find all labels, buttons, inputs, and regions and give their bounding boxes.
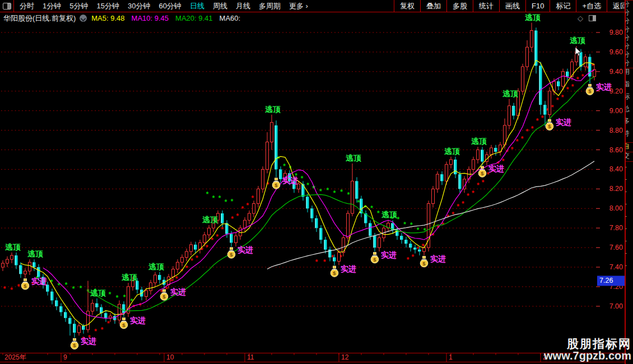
candle-down-highlight	[369, 223, 370, 236]
trading-app-window: 分时1分钟5分钟15分钟30分钟60分钟日线周线月线多周期更多 › 复权叠加多股…	[0, 0, 633, 364]
candle-up	[154, 275, 157, 283]
money-bag-knot	[333, 266, 336, 268]
tool-item-3[interactable]: 统计	[473, 0, 499, 12]
money-bag-dollar: $	[548, 123, 551, 129]
app-menu-button[interactable]	[0, 0, 14, 12]
candle-down-highlight	[513, 106, 513, 115]
buy-signal: $	[420, 256, 428, 267]
ma-line-5	[21, 60, 594, 326]
buy-signal-label: 实进	[170, 287, 186, 296]
trend-asterisk: *	[482, 179, 485, 186]
watermark: 股朋指标网 www.7gpzb.com	[544, 338, 631, 362]
menu-item-4[interactable]: 30分钟	[128, 1, 150, 11]
tool-item-2[interactable]: 多股	[446, 0, 473, 12]
trend-asterisk: *	[347, 191, 350, 199]
buy-signal-label: 实进	[556, 118, 571, 127]
candle-down-highlight	[100, 307, 101, 313]
tool-item-6[interactable]: 标记	[550, 0, 576, 12]
buy-signal: $	[546, 119, 553, 130]
buy-signal: $	[371, 253, 379, 263]
price-label: 9.80	[609, 29, 623, 36]
candle-down-highlight	[280, 169, 280, 179]
trend-asterisk: *	[246, 202, 249, 209]
split-window-icon[interactable]	[589, 15, 596, 21]
candle-up	[338, 253, 341, 262]
right-sidebar-clipped[interactable]: 分分分分分分分分用指标总多持自交111111111	[625, 0, 633, 364]
trend-asterisk: *	[377, 209, 380, 217]
money-bag-dollar: $	[274, 182, 278, 188]
candle-down-highlight	[557, 81, 558, 86]
price-axis: 9.809.609.409.209.008.808.608.408.208.00…	[596, 29, 625, 310]
sell-signal-label: 逃顶	[122, 273, 137, 282]
candle-down-highlight	[535, 31, 536, 66]
sell-signal-label: 逃顶	[265, 105, 281, 114]
buy-signal: $	[586, 84, 594, 95]
price-label: 8.60	[609, 146, 623, 154]
candle-up	[208, 228, 211, 235]
candle-up	[351, 181, 354, 213]
tool-item-1[interactable]: 叠加	[420, 0, 446, 12]
candle-up	[436, 174, 439, 189]
menu-item-6[interactable]: 日线	[190, 1, 204, 11]
chevron-down-icon[interactable]	[80, 15, 87, 22]
trend-asterisk: *	[236, 212, 239, 220]
menu-item-1[interactable]: 1分钟	[43, 1, 61, 11]
candle-down-highlight	[409, 244, 410, 248]
candle-up	[145, 291, 148, 296]
trend-asterisk: *	[333, 189, 336, 197]
tool-item-0[interactable]: 复权	[394, 0, 420, 12]
trend-asterisk: *	[170, 278, 173, 286]
trend-asterisk: *	[306, 181, 309, 189]
candle-down-highlight	[302, 184, 302, 197]
buy-signal-label: 实进	[430, 254, 446, 263]
money-bag-knot	[24, 279, 26, 281]
ma-value-1: MA10: 9.45	[132, 14, 169, 22]
candlestick-chart[interactable]: ****************************************…	[0, 0, 633, 364]
candle-down-highlight	[566, 72, 567, 77]
trend-asterisk: *	[10, 286, 13, 294]
menu-item-0[interactable]: 分时	[20, 1, 34, 11]
stock-title: 华阳股份(日线.前复权)	[0, 13, 76, 24]
tool-item-5[interactable]: F10	[525, 0, 550, 12]
menu-item-2[interactable]: 5分钟	[69, 1, 88, 11]
trend-asterisk: *	[397, 216, 399, 223]
tool-item-4[interactable]: 画线	[499, 0, 525, 12]
diamond-icon[interactable]: ◇	[578, 14, 583, 22]
signals: 逃顶逃顶逃顶逃顶逃顶逃顶逃顶逃顶逃顶逃顶逃顶逃顶逃顶逃顶$实进$实进$实进$实进…	[5, 13, 612, 349]
trend-asterisk: *	[107, 320, 110, 328]
top-toolbar: 分时1分钟5分钟15分钟30分钟60分钟日线周线月线多周期更多 › 复权叠加多股…	[0, 0, 633, 12]
candle-up	[472, 160, 475, 169]
candle-down-highlight	[405, 240, 406, 244]
trend-asterisk: *	[123, 293, 126, 301]
price-label: 7.00	[609, 302, 623, 310]
candle-down-highlight	[51, 292, 52, 301]
month-label: 1	[449, 353, 453, 361]
money-bag-dollar: $	[422, 260, 426, 267]
candle-down-highlight	[141, 290, 141, 296]
candle-down-highlight	[311, 208, 311, 218]
trend-asterisk: *	[462, 200, 464, 208]
menu-item-9[interactable]: 多周期	[259, 1, 281, 11]
trend-asterisk: *	[516, 138, 519, 146]
candle-up	[172, 269, 175, 277]
trend-asterisk: *	[196, 254, 198, 262]
candle-down-highlight	[46, 284, 47, 291]
menu-item-7[interactable]: 周线	[213, 1, 227, 11]
candle-up	[248, 213, 251, 220]
candle-up	[490, 148, 493, 155]
candle-down-highlight	[38, 267, 38, 277]
buy-signal: $	[21, 279, 29, 290]
candle-down-highlight	[194, 245, 195, 250]
trend-asterisk: *	[561, 94, 564, 101]
month-label: 10	[166, 353, 174, 361]
trend-asterisk: *	[206, 244, 208, 251]
candle-down-highlight	[64, 312, 65, 318]
tool-item-7[interactable]: +自选	[576, 0, 607, 12]
buy-signal-label: 实进	[282, 176, 298, 185]
menu-item-5[interactable]: 60分钟	[159, 1, 181, 11]
menu-item-3[interactable]: 15分钟	[96, 1, 119, 11]
menu-item-10[interactable]: 更多 ›	[289, 1, 308, 11]
trend-asterisk: *	[526, 128, 529, 136]
menu-item-8[interactable]: 月线	[236, 1, 250, 11]
money-bag-dollar: $	[122, 322, 125, 328]
